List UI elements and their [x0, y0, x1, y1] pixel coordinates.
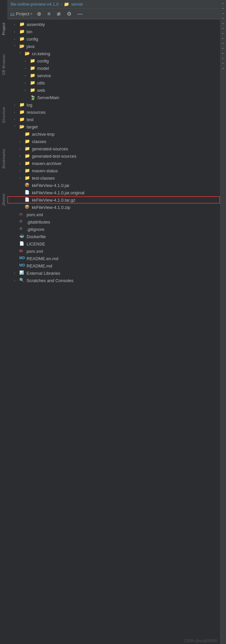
- list-item[interactable]: 📁 archive-tmp: [7, 130, 220, 138]
- maven-icon2: m: [19, 248, 25, 254]
- folder-icon: 📁: [19, 29, 25, 34]
- item-label: Dockerfile: [27, 234, 46, 239]
- right-sidebar-item[interactable]: 1: [221, 31, 225, 36]
- item-label: .gitignore: [27, 227, 44, 232]
- list-item[interactable]: 📦 kkFileView-4.1.0.jar: [7, 182, 220, 189]
- scratches-icon: 🔍: [19, 278, 25, 283]
- right-sidebar-item[interactable]: 1: [221, 56, 225, 61]
- right-sidebar-item[interactable]: 1: [221, 41, 225, 46]
- list-item[interactable]: › 📊 External Libraries: [7, 269, 220, 277]
- breadcrumb: file-online-preview-v4.1.0 › 📁 server: [7, 0, 220, 9]
- list-item[interactable]: ⚙ .gitignore: [7, 226, 220, 233]
- jar-icon: 📦: [25, 183, 31, 188]
- license-icon: 📄: [19, 241, 25, 246]
- list-item[interactable]: › 📁 model: [7, 65, 220, 72]
- expand-icon: ›: [14, 23, 19, 26]
- item-label: bin: [27, 29, 32, 34]
- toolbar-expand-btn[interactable]: ≢: [55, 10, 62, 18]
- expand-icon: ›: [19, 140, 25, 143]
- right-sidebar-item[interactable]: 1: [221, 46, 225, 51]
- list-item-tar-gz[interactable]: 📄 kkFileView-4.1.0.tar.gz: [7, 196, 220, 204]
- toolbar-settings-btn[interactable]: ⚙: [65, 10, 73, 18]
- list-item[interactable]: › 📁 log: [7, 101, 220, 108]
- right-sidebar-item[interactable]: 1: [221, 61, 225, 66]
- folder-icon: 📁: [25, 131, 31, 137]
- list-item[interactable]: › 📁 assembly: [7, 21, 220, 28]
- list-item[interactable]: › 📁 maven-archiver: [7, 160, 220, 167]
- maven-icon: m: [19, 212, 25, 217]
- list-item[interactable]: ˅ 📂 cn.keking: [7, 50, 220, 57]
- list-item[interactable]: › 📁 utils: [7, 79, 220, 86]
- folder-icon: 📁: [19, 117, 25, 122]
- list-item[interactable]: › 📁 resources: [7, 108, 220, 116]
- sidebar-item-bookmarks[interactable]: Bookmarks: [1, 146, 7, 171]
- list-item[interactable]: 📄 kkFileView-4.1.0.jar.original: [7, 189, 220, 196]
- sidebar-item-jrebel[interactable]: JRebel: [1, 191, 7, 209]
- item-label: log: [27, 102, 32, 107]
- folder-icon: 📁: [25, 139, 31, 144]
- item-label: resources: [27, 110, 46, 115]
- right-sidebar-item[interactable]: 1: [221, 51, 225, 56]
- expand-icon: ˅: [19, 52, 25, 56]
- toolbar-collapse-btn[interactable]: ≡: [46, 10, 52, 18]
- right-sidebar-item[interactable]: 1: [221, 6, 225, 11]
- sidebar-item-db-browser[interactable]: DB Browser: [1, 51, 7, 78]
- list-item[interactable]: MD README.md: [7, 262, 220, 269]
- breadcrumb-current[interactable]: server: [71, 2, 83, 7]
- folder-icon: 📁: [30, 58, 36, 64]
- list-item[interactable]: › 📁 classes: [7, 138, 220, 145]
- toolbar-add-btn[interactable]: ⊕: [36, 10, 43, 18]
- ext-libs-icon: 📊: [19, 270, 25, 276]
- expand-icon: ›: [14, 103, 19, 107]
- list-item[interactable]: › 📁 test: [7, 116, 220, 123]
- list-item[interactable]: › 📁 service: [7, 72, 220, 79]
- item-label: ServerMain: [37, 95, 59, 100]
- sidebar-item-structure[interactable]: Structure: [1, 104, 7, 126]
- item-label: java: [27, 44, 35, 49]
- list-item[interactable]: ˅ 📂 target: [7, 123, 220, 130]
- list-item[interactable]: m pom.xml: [7, 247, 220, 255]
- expand-icon: ›: [25, 67, 30, 70]
- list-item[interactable]: MD README.en.md: [7, 255, 220, 262]
- toolbar-hide-btn[interactable]: —: [76, 10, 84, 18]
- list-item[interactable]: › 📁 config: [7, 35, 220, 43]
- list-item[interactable]: › 📁 generated-test-sources: [7, 152, 220, 160]
- right-sidebar-item[interactable]: 1: [221, 1, 225, 6]
- list-item[interactable]: 📦 kkFileView-4.1.0.zip: [7, 204, 220, 211]
- item-label: assembly: [27, 22, 45, 27]
- list-item[interactable]: › 📁 bin: [7, 28, 220, 35]
- list-item[interactable]: › 🔍 Scratches and Consoles: [7, 277, 220, 284]
- list-item[interactable]: › 📁 web: [7, 86, 220, 94]
- list-item[interactable]: ˅ 📂 java: [7, 43, 220, 50]
- list-item[interactable]: › 📁 maven-status: [7, 167, 220, 174]
- item-label: generated-sources: [32, 146, 68, 151]
- git-attr-icon: ⚙: [19, 219, 25, 225]
- list-item[interactable]: 📄 LICENSE: [7, 240, 220, 247]
- list-item[interactable]: › 📁 config: [7, 57, 220, 65]
- project-label: Project: [16, 11, 29, 16]
- list-item[interactable]: ⚙ .gitattributes: [7, 218, 220, 226]
- sidebar-item-project[interactable]: Project: [1, 20, 7, 38]
- expand-icon: ›: [14, 30, 19, 34]
- item-label: web: [37, 88, 45, 93]
- item-label-tar-gz: kkFileView-4.1.0.tar.gz: [32, 198, 75, 203]
- list-item[interactable]: 🐳 Dockerfile: [7, 233, 220, 240]
- project-view-label[interactable]: 🗂 Project ▾: [10, 11, 32, 17]
- right-sidebar-item[interactable]: 1: [221, 11, 225, 16]
- item-label: README.en.md: [27, 256, 58, 261]
- list-item[interactable]: 🍃 ServerMain: [7, 94, 220, 101]
- item-label: External Libraries: [27, 271, 60, 276]
- item-label: cn.keking: [32, 51, 50, 56]
- right-sidebar-item[interactable]: 1: [221, 36, 225, 41]
- list-item[interactable]: m pom.xml: [7, 211, 220, 218]
- right-sidebar-item[interactable]: 3: [221, 66, 225, 71]
- right-sidebar-item[interactable]: 1: [221, 21, 225, 26]
- folder-icon: 📁: [30, 66, 36, 71]
- watermark-text: CSDN @wu@55555: [184, 639, 217, 643]
- right-sidebar-item[interactable]: 1: [221, 26, 225, 31]
- list-item[interactable]: › 📁 test-classes: [7, 174, 220, 182]
- file-icon: 📄: [25, 190, 31, 195]
- right-sidebar-item[interactable]: 1: [221, 16, 225, 21]
- breadcrumb-root[interactable]: file-online-preview-v4.1.0: [11, 2, 59, 7]
- list-item[interactable]: › 📁 generated-sources: [7, 145, 220, 152]
